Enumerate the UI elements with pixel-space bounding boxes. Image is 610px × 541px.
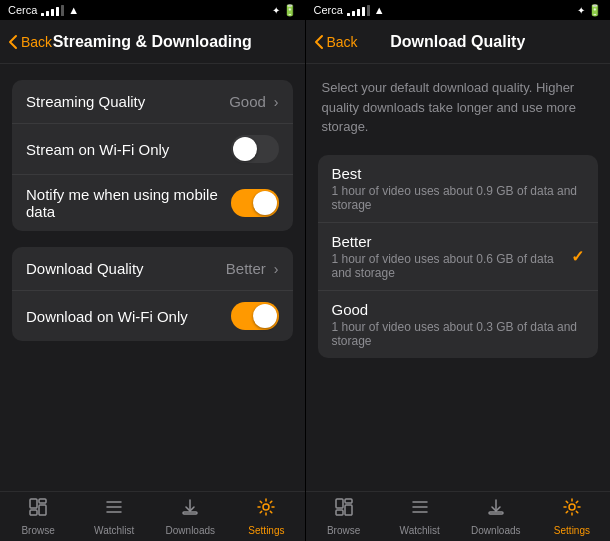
left-nav-title: Streaming & Downloading [53, 33, 252, 51]
left-tab-watchlist[interactable]: Watchlist [76, 497, 152, 536]
left-watchlist-label: Watchlist [94, 525, 134, 536]
quality-best-text: Best 1 hour of video uses about 0.9 GB o… [332, 165, 585, 212]
right-signal-dot-1 [347, 13, 350, 16]
right-signal-dot-5 [367, 5, 370, 16]
left-signal [41, 5, 64, 16]
right-nav-title: Download Quality [390, 33, 525, 51]
left-group-2: Download Quality Better › Download on Wi… [12, 247, 293, 341]
right-downloads-icon [486, 497, 506, 522]
right-back-label: Back [327, 34, 358, 50]
left-downloads-label: Downloads [166, 525, 215, 536]
left-tab-browse[interactable]: Browse [0, 497, 76, 536]
right-watchlist-label: Watchlist [400, 525, 440, 536]
streaming-quality-label: Streaming Quality [26, 93, 145, 110]
svg-rect-13 [345, 505, 352, 515]
left-back-button[interactable]: Back [8, 34, 52, 50]
right-tab-bar: Browse Watchlist Downloads [306, 491, 611, 541]
download-quality-value: Better [226, 260, 266, 277]
download-quality-chevron-icon: › [274, 261, 279, 277]
svg-rect-10 [336, 499, 343, 508]
left-status-left: Cerca ▲ [8, 4, 79, 16]
download-wifi-toggle[interactable] [231, 302, 279, 330]
signal-dot-5 [61, 5, 64, 16]
left-tab-downloads[interactable]: Downloads [152, 497, 228, 536]
left-section-2: Download Quality Better › Download on Wi… [0, 247, 305, 341]
left-section-1: Streaming Quality Good › Stream on Wi-Fi… [0, 80, 305, 231]
signal-dot-2 [46, 11, 49, 16]
quality-better-text: Better 1 hour of video uses about 0.6 GB… [332, 233, 572, 280]
right-signal-dot-2 [352, 11, 355, 16]
download-quality-right: Better › [226, 260, 279, 277]
quality-good-text: Good 1 hour of video uses about 0.3 GB o… [332, 301, 585, 348]
right-tab-watchlist[interactable]: Watchlist [382, 497, 458, 536]
svg-rect-11 [345, 499, 352, 503]
signal-dot-1 [41, 13, 44, 16]
right-tab-settings[interactable]: Settings [534, 497, 610, 536]
notify-mobile-toggle[interactable] [231, 189, 279, 217]
right-carrier: Cerca [314, 4, 343, 16]
right-status-right: ‪✦ 🔋 [577, 4, 602, 17]
streaming-quality-chevron-icon: › [274, 94, 279, 110]
svg-rect-3 [39, 505, 46, 515]
quality-better-item[interactable]: Better 1 hour of video uses about 0.6 GB… [318, 223, 599, 291]
quality-list: Best 1 hour of video uses about 0.9 GB o… [318, 155, 599, 358]
left-carrier: Cerca [8, 4, 37, 16]
right-signal [347, 5, 370, 16]
stream-wifi-label: Stream on Wi-Fi Only [26, 141, 169, 158]
right-screen: Cerca ▲ ‪✦ 🔋 Back Download Quality Selec [306, 0, 611, 541]
left-status-bar: Cerca ▲ ‪✦ 🔋 [0, 0, 305, 20]
left-browse-label: Browse [21, 525, 54, 536]
stream-wifi-toggle[interactable] [231, 135, 279, 163]
right-bluetooth-icon: ‪✦ [577, 5, 585, 16]
svg-point-9 [263, 504, 269, 510]
download-quality-label: Download Quality [26, 260, 144, 277]
right-signal-dot-4 [362, 7, 365, 16]
left-back-label: Back [21, 34, 52, 50]
download-wifi-label: Download on Wi-Fi Only [26, 308, 188, 325]
left-status-right: ‪✦ 🔋 [272, 4, 297, 17]
right-tab-browse[interactable]: Browse [306, 497, 382, 536]
left-group-1: Streaming Quality Good › Stream on Wi-Fi… [12, 80, 293, 231]
streaming-quality-item[interactable]: Streaming Quality Good › [12, 80, 293, 124]
right-downloads-label: Downloads [471, 525, 520, 536]
right-status-bar: Cerca ▲ ‪✦ 🔋 [306, 0, 611, 20]
left-nav-bar: Back Streaming & Downloading [0, 20, 305, 64]
svg-rect-0 [30, 499, 37, 508]
right-back-chevron-icon [314, 34, 324, 50]
notify-mobile-label: Notify me when using mobile data [26, 186, 231, 220]
left-settings-label: Settings [248, 525, 284, 536]
left-back-chevron-icon [8, 34, 18, 50]
svg-point-19 [569, 504, 575, 510]
browse-icon [28, 497, 48, 522]
quality-good-desc: 1 hour of video uses about 0.3 GB of dat… [332, 320, 585, 348]
right-signal-dot-3 [357, 9, 360, 16]
quality-best-desc: 1 hour of video uses about 0.9 GB of dat… [332, 184, 585, 212]
right-tab-downloads[interactable]: Downloads [458, 497, 534, 536]
streaming-quality-value: Good [229, 93, 266, 110]
right-wifi-icon: ▲ [374, 4, 385, 16]
notify-mobile-item: Notify me when using mobile data [12, 175, 293, 231]
quality-best-name: Best [332, 165, 585, 182]
right-back-button[interactable]: Back [314, 34, 358, 50]
svg-rect-2 [30, 510, 37, 515]
right-battery-icon: 🔋 [588, 4, 602, 17]
quality-best-item[interactable]: Best 1 hour of video uses about 0.9 GB o… [318, 155, 599, 223]
quality-better-name: Better [332, 233, 572, 250]
left-settings-icon [256, 497, 276, 522]
quality-good-name: Good [332, 301, 585, 318]
right-settings-icon [562, 497, 582, 522]
quality-better-checkmark-icon: ✓ [571, 247, 584, 266]
download-quality-item[interactable]: Download Quality Better › [12, 247, 293, 291]
stream-wifi-toggle-knob [233, 137, 257, 161]
right-browse-icon [334, 497, 354, 522]
quality-good-item[interactable]: Good 1 hour of video uses about 0.3 GB o… [318, 291, 599, 358]
signal-dot-4 [56, 7, 59, 16]
left-screen: Cerca ▲ ‪✦ 🔋 Back Streaming & Downloadin… [0, 0, 305, 541]
right-status-left: Cerca ▲ [314, 4, 385, 16]
left-tab-settings[interactable]: Settings [228, 497, 304, 536]
stream-wifi-item: Stream on Wi-Fi Only [12, 124, 293, 175]
right-nav-bar: Back Download Quality [306, 20, 611, 64]
svg-rect-17 [489, 512, 503, 514]
right-watchlist-icon [410, 497, 430, 522]
left-tab-bar: Browse Watchlist Downloads [0, 491, 305, 541]
